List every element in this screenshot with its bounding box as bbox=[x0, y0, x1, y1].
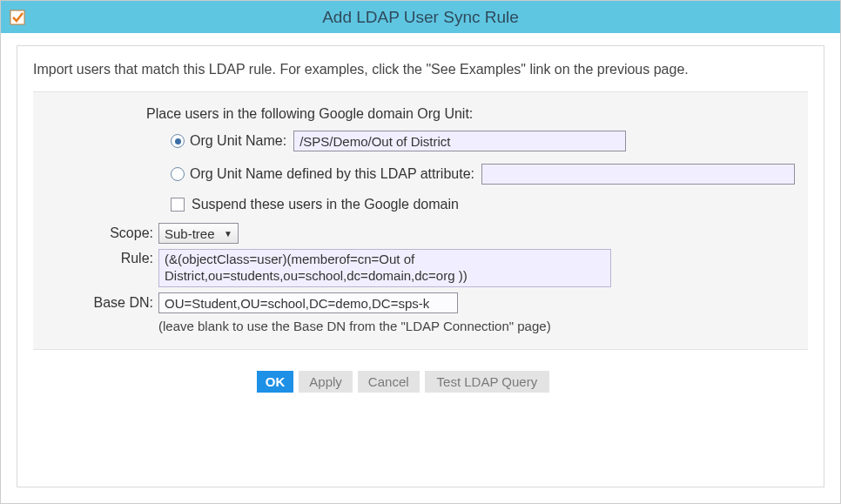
basedn-label: Base DN: bbox=[42, 295, 158, 311]
org-unit-name-radio[interactable] bbox=[171, 134, 185, 148]
suspend-checkbox[interactable] bbox=[171, 198, 185, 212]
ldap-attr-radio-label: Org Unit Name defined by this LDAP attri… bbox=[190, 166, 474, 182]
suspend-row: Suspend these users in the Google domain bbox=[171, 197, 799, 212]
scope-select[interactable]: Sub-tree ▼ bbox=[158, 223, 239, 244]
chevron-down-icon: ▼ bbox=[224, 229, 232, 239]
rule-label: Rule: bbox=[42, 249, 158, 266]
rule-row: Rule: bbox=[42, 249, 799, 287]
test-ldap-query-button[interactable]: Test LDAP Query bbox=[425, 371, 550, 393]
basedn-row: Base DN: bbox=[42, 292, 799, 313]
scope-row: Scope: Sub-tree ▼ bbox=[42, 223, 799, 244]
section-label: Place users in the following Google doma… bbox=[146, 106, 799, 122]
org-unit-name-input[interactable] bbox=[293, 131, 626, 151]
scope-value: Sub-tree bbox=[165, 226, 220, 241]
intro-text: Import users that match this LDAP rule. … bbox=[33, 62, 808, 77]
titlebar: Add LDAP User Sync Rule bbox=[1, 1, 840, 33]
scope-label: Scope: bbox=[42, 225, 158, 241]
radio-row-org-unit-name: Org Unit Name: bbox=[171, 131, 799, 151]
form-area: Place users in the following Google doma… bbox=[33, 91, 808, 350]
apply-button[interactable]: Apply bbox=[299, 371, 353, 393]
client-area: Import users that match this LDAP rule. … bbox=[1, 33, 840, 503]
button-bar: OK Apply Cancel Test LDAP Query bbox=[33, 371, 808, 393]
basedn-hint: (leave blank to use the Base DN from the… bbox=[158, 319, 799, 333]
app-check-icon bbox=[10, 10, 25, 25]
rule-input[interactable] bbox=[158, 249, 611, 287]
svg-rect-0 bbox=[10, 10, 24, 24]
cancel-button[interactable]: Cancel bbox=[358, 371, 420, 393]
basedn-input[interactable] bbox=[158, 292, 458, 313]
org-unit-name-radio-label: Org Unit Name: bbox=[190, 133, 286, 149]
window-title: Add LDAP User Sync Rule bbox=[322, 8, 519, 27]
inner-panel: Import users that match this LDAP rule. … bbox=[17, 45, 824, 487]
ldap-attr-input[interactable] bbox=[481, 164, 795, 185]
dialog-window: Add LDAP User Sync Rule Import users tha… bbox=[0, 0, 841, 504]
ldap-attr-radio[interactable] bbox=[171, 167, 185, 181]
ok-button[interactable]: OK bbox=[257, 371, 294, 393]
radio-row-ldap-attr: Org Unit Name defined by this LDAP attri… bbox=[171, 164, 799, 185]
suspend-label: Suspend these users in the Google domain bbox=[192, 197, 459, 212]
